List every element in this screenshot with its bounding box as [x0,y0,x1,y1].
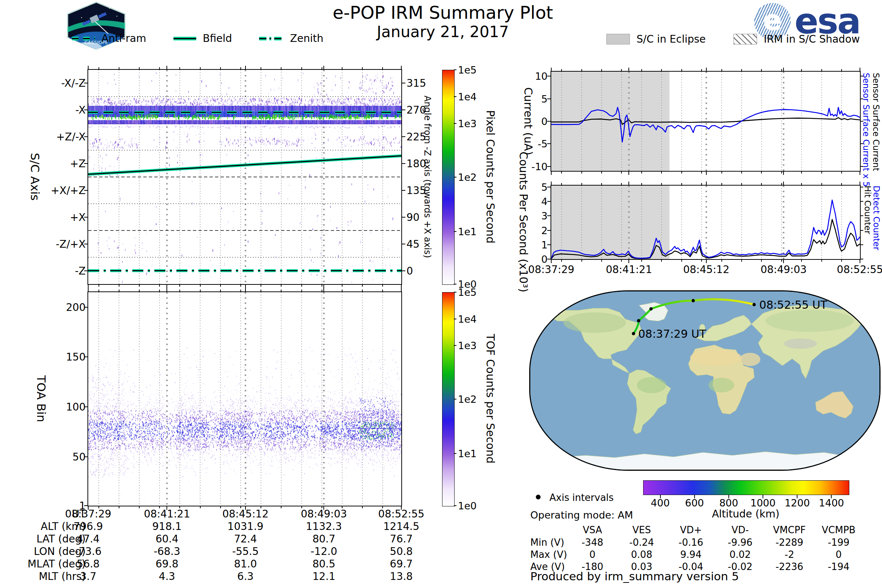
axis-tick [801,260,802,262]
bfield-line-icon [174,36,196,42]
tick-label: 600 [685,497,704,508]
axis-tick [581,172,582,174]
ephemeris-value: 08:49:03 [301,508,347,520]
tick-label: 08:52:55 [837,264,882,276]
ephemeris-value: 69.7 [390,558,413,570]
axis-tick [581,183,582,185]
tick-label: 08:37:29 [528,264,574,276]
axis-tick [402,136,405,137]
tick-label: 180 [406,158,426,170]
tick-label: 1200 [784,497,810,508]
axis-tick [821,172,822,174]
ephemeris-value: 1132.3 [306,520,342,532]
axis-tick [783,172,784,175]
axis-tick [261,285,261,286]
axis-tick [84,163,87,164]
tof-colorbar-label: TOF Counts per Second [484,334,497,464]
tick-label: 100 [66,401,86,413]
sensor-current-plot [550,71,861,172]
voltage-value: 0 [590,549,596,560]
legend-anti-ram-label: Anti-ram [101,32,146,45]
axis-tick [84,270,87,271]
axis-tick [454,399,456,399]
axis-tick [681,260,682,262]
axis-tick [302,285,302,286]
voltage-value: -180 [581,561,603,572]
voltage-row-label: Ave (V) [530,561,565,572]
axis-tick [861,99,863,99]
axis-tick [302,67,302,69]
ephemeris-value: 13.8 [390,570,413,582]
axis-tick [84,406,87,407]
axis-tick [722,260,722,262]
axis-tick [547,76,550,76]
track-dot [692,299,695,303]
axis-tick [322,290,322,291]
axis-tick [547,244,550,245]
axis-tick [99,290,99,291]
track-end-time-label: 08:52:55 UT [759,298,827,311]
voltage-value: 0 [836,549,842,560]
tick-label: 08:49:03 [760,264,807,276]
tick-label: 270 [406,104,426,116]
ephemeris-value: 08:45:12 [222,508,268,520]
ephemeris-value: -12.0 [310,545,337,558]
axis-tick [84,506,87,506]
legend-eclipse-label: S/C in Eclipse [636,33,706,45]
axis-tick [701,183,702,185]
ephemeris-value: -68.3 [154,545,180,558]
axis-tick [454,319,456,320]
axis-tick [547,166,550,167]
axis-tick [88,288,88,291]
axis-tick [861,187,863,188]
axis-tick [841,183,842,185]
voltage-value: -2236 [776,561,803,572]
operating-mode-label: Operating mode: AM [530,509,633,521]
axis-tick [621,260,622,262]
axis-tick [401,285,402,288]
axis-tick [362,506,363,508]
axis-tick [860,172,860,175]
axis-tick [84,456,87,457]
ephemeris-value: -73.6 [75,545,101,558]
ephemeris-value: 918.1 [152,520,182,532]
axis-tick [761,183,762,185]
ephemeris-value: 69.8 [156,558,178,570]
axis-tick [761,260,762,262]
axis-tick [99,285,99,286]
axis-tick [783,68,784,71]
axis-tick [628,68,629,71]
axis-tick [860,260,860,263]
voltage-value: -2289 [776,537,803,548]
axis-tick [454,231,456,232]
tick-label: 08:45:12 [683,264,729,276]
ephemeris-value: 80.5 [312,558,335,570]
toa-spectrogram-canvas [88,292,401,506]
axis-tick [861,143,863,144]
tick-label: +X [70,211,86,223]
axis-tick [722,69,722,71]
axis-tick [741,183,742,185]
tick-label: -10 [531,160,548,172]
axis-tick [861,259,863,260]
axis-tick [454,177,456,177]
axis-tick [166,66,167,69]
tick-label: 1e0 [458,500,477,512]
axis-tick [220,67,221,69]
axis-tick [322,285,322,286]
axis-tick [281,290,282,291]
axis-tick [761,172,762,174]
tick-label: 5 [542,181,548,193]
legend-zenith-label: Zenith [290,32,323,45]
axis-tick [166,285,167,288]
tick-label: 800 [719,497,738,508]
page-title: e-POP IRM Summary Plot [220,2,665,23]
axis-tick [323,285,324,288]
altitude-colorbar-label: Altitude (km) [712,508,780,520]
axis-tick [281,506,282,508]
voltage-column-header: VMCPF [773,524,806,536]
axis-tick [641,69,642,71]
axis-tick [200,285,201,286]
axis-tick [861,166,863,167]
axis-tick [245,288,246,291]
